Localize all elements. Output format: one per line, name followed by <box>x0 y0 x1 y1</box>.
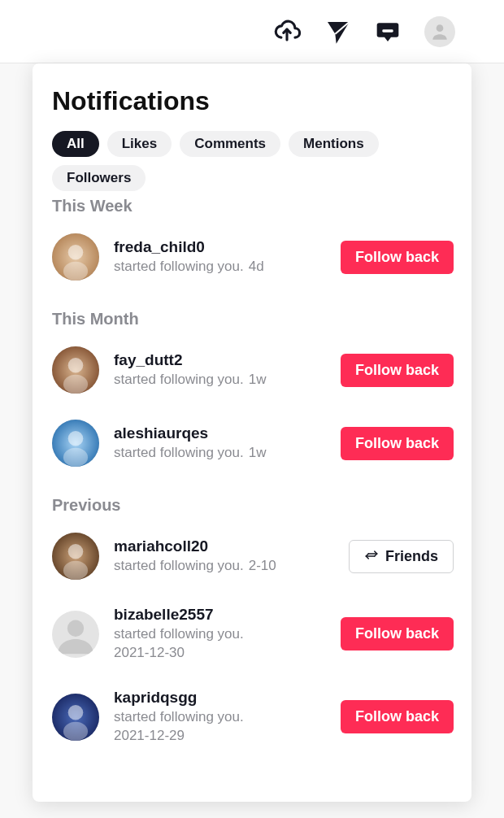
username[interactable]: aleshiaurqes <box>114 424 332 442</box>
svg-point-8 <box>63 375 88 394</box>
section-label: This Week <box>52 197 454 215</box>
filter-likes[interactable]: Likes <box>107 131 172 157</box>
section-label: Previous <box>52 496 454 515</box>
follow-back-button[interactable]: Follow back <box>341 700 454 733</box>
username[interactable]: mariahcoll20 <box>114 537 341 555</box>
notification-body: aleshiaurqesstarted following you.1w <box>114 424 332 463</box>
section-label: This Month <box>52 310 454 329</box>
send-icon[interactable] <box>324 18 351 46</box>
svg-rect-1 <box>382 29 393 32</box>
svg-point-11 <box>63 448 88 467</box>
follow-back-button[interactable]: Follow back <box>341 241 454 274</box>
notification-message: started following you.4d <box>114 258 332 276</box>
username[interactable]: bizabelle2557 <box>114 606 332 624</box>
filter-comments[interactable]: Comments <box>180 131 280 157</box>
notification-item[interactable]: bizabelle2557started following you.2021-… <box>52 598 454 681</box>
notifications-scroll[interactable]: This Weekfreda_child0started following y… <box>52 185 463 794</box>
filter-all[interactable]: All <box>52 131 99 157</box>
svg-point-7 <box>68 358 84 373</box>
notification-item[interactable]: aleshiaurqesstarted following you.1wFoll… <box>52 411 454 485</box>
panel-title: Notifications <box>52 86 452 116</box>
notification-item[interactable]: fay_dutt2started following you.1wFollow … <box>52 338 454 411</box>
notification-body: bizabelle2557started following you.2021-… <box>114 606 332 663</box>
follow-back-button[interactable]: Follow back <box>341 617 454 650</box>
notification-body: mariahcoll20started following you.2-10 <box>114 537 341 576</box>
notification-message: started following you.1w <box>114 444 332 463</box>
notification-message: started following you.2021-12-30 <box>114 625 332 663</box>
follow-back-button[interactable]: Follow back <box>341 427 454 460</box>
notifications-panel: Notifications AllLikesCommentsMentionsFo… <box>33 63 471 802</box>
inbox-icon[interactable] <box>374 18 402 46</box>
filter-row: AllLikesCommentsMentionsFollowers <box>52 131 452 191</box>
username[interactable]: fay_dutt2 <box>114 351 332 369</box>
svg-point-14 <box>63 561 88 580</box>
svg-point-13 <box>68 544 84 559</box>
friends-button[interactable]: Friends <box>349 540 454 573</box>
svg-point-18 <box>63 722 88 741</box>
user-avatar[interactable] <box>52 611 99 658</box>
user-avatar[interactable] <box>52 233 99 281</box>
filter-mentions[interactable]: Mentions <box>289 131 379 157</box>
username[interactable]: freda_child0 <box>114 238 332 256</box>
profile-avatar[interactable] <box>424 16 455 47</box>
user-avatar[interactable] <box>52 346 99 394</box>
follow-back-button[interactable]: Follow back <box>341 354 454 387</box>
svg-point-4 <box>68 245 84 260</box>
svg-point-5 <box>63 262 88 281</box>
svg-point-15 <box>67 620 84 637</box>
user-avatar[interactable] <box>52 533 99 580</box>
username[interactable]: kapridqsgg <box>114 689 332 707</box>
notification-body: freda_child0started following you.4d <box>114 238 332 276</box>
upload-icon[interactable] <box>273 18 301 46</box>
svg-point-10 <box>68 431 84 446</box>
notification-body: kapridqsggstarted following you.2021-12-… <box>114 689 332 746</box>
user-avatar[interactable] <box>52 694 99 741</box>
notification-item[interactable]: mariahcoll20started following you.2-10Fr… <box>52 524 454 598</box>
notification-item[interactable]: freda_child0started following you.4dFoll… <box>52 225 454 298</box>
notification-message: started following you.1w <box>114 371 332 389</box>
top-bar <box>0 0 504 63</box>
svg-point-2 <box>437 24 444 32</box>
user-avatar[interactable] <box>52 420 99 467</box>
swap-icon <box>364 549 379 563</box>
notification-message: started following you.2-10 <box>114 557 341 576</box>
notification-body: fay_dutt2started following you.1w <box>114 351 332 389</box>
notification-message: started following you.2021-12-29 <box>114 708 332 746</box>
svg-point-17 <box>68 705 84 720</box>
notification-item[interactable]: kapridqsggstarted following you.2021-12-… <box>52 681 454 764</box>
